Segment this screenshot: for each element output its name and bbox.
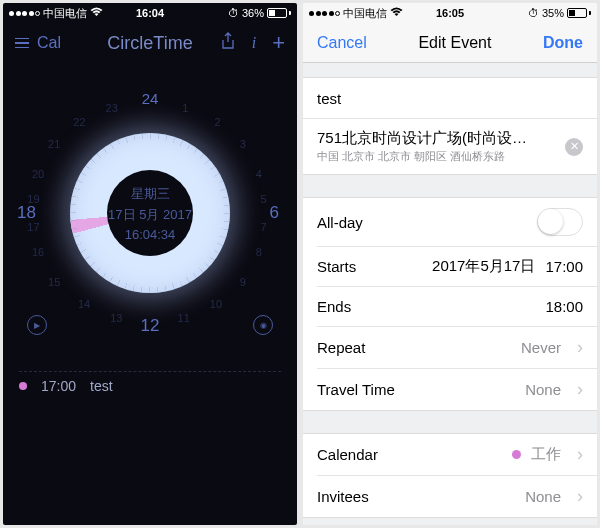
starts-time: 17:00 — [545, 258, 583, 275]
share-icon[interactable] — [220, 32, 236, 54]
invitees-label: Invitees — [317, 488, 369, 505]
info-icon[interactable]: i — [252, 34, 256, 52]
battery-icon — [567, 8, 591, 18]
ends-row[interactable]: Ends 18:00 — [317, 286, 597, 326]
allday-toggle[interactable] — [537, 208, 583, 236]
location-field[interactable]: 751北京时尚设计广场(时尚设计… 中国 北京市 北京市 朝阳区 酒仙桥东路 ✕ — [303, 118, 597, 174]
alarm-icon: ⏱ — [528, 7, 539, 19]
menu-icon[interactable] — [15, 38, 29, 49]
location-title: 751北京时尚设计广场(时尚设计… — [317, 129, 537, 148]
wifi-icon — [90, 7, 103, 19]
event-dot-icon — [19, 382, 27, 390]
battery-pct: 35% — [542, 7, 564, 19]
play-back-icon[interactable]: ▶ — [27, 315, 47, 335]
nav-bar: Cal CircleTime i + — [3, 23, 297, 63]
travel-row[interactable]: Travel Time None› — [317, 368, 597, 410]
title-value: test — [317, 90, 341, 107]
starts-label: Starts — [317, 258, 356, 275]
event-title: test — [90, 378, 113, 394]
nav-bar: Cancel Edit Event Done — [303, 23, 597, 63]
hour-12: 12 — [141, 316, 160, 336]
carrier-label: 中国电信 — [43, 6, 87, 21]
add-icon[interactable]: + — [272, 30, 285, 56]
circletime-screen: 中国电信 16:04 ⏱ 36% Cal CircleTime i + — [3, 3, 297, 525]
allday-row: All-day — [303, 198, 597, 246]
chevron-right-icon: › — [577, 444, 583, 465]
hour-6: 6 — [270, 203, 279, 223]
battery-icon — [267, 8, 291, 18]
battery-pct: 36% — [242, 7, 264, 19]
back-button[interactable]: Cal — [37, 34, 61, 52]
page-title: Edit Event — [418, 34, 491, 52]
hour-18: 18 — [17, 203, 36, 223]
event-time: 17:00 — [41, 378, 76, 394]
status-bar: 中国电信 16:04 ⏱ 36% — [3, 3, 297, 23]
repeat-row[interactable]: Repeat Never› — [317, 326, 597, 368]
edit-event-screen: 中国电信 16:05 ⏱ 35% Cancel Edit Event Done … — [303, 3, 597, 525]
cancel-button[interactable]: Cancel — [317, 34, 367, 52]
dial-center-info: 星期三 17日 5月 2017 16:04:34 — [35, 98, 265, 328]
starts-row[interactable]: Starts 2017年5月17日17:00 — [317, 246, 597, 286]
dial-date: 17日 5月 2017 — [108, 206, 192, 224]
status-time: 16:05 — [436, 7, 464, 19]
ends-label: Ends — [317, 298, 351, 315]
invitees-value: None — [525, 488, 561, 505]
event-form: test 751北京时尚设计广场(时尚设计… 中国 北京市 北京市 朝阳区 酒仙… — [303, 63, 597, 525]
ends-time: 18:00 — [545, 298, 583, 315]
dial-time: 16:04:34 — [125, 227, 176, 242]
invitees-row[interactable]: Invitees None› — [317, 475, 597, 517]
calendar-color-dot — [512, 450, 521, 459]
play-target-icon[interactable]: ◉ — [253, 315, 273, 335]
status-bar: 中国电信 16:05 ⏱ 35% — [303, 3, 597, 23]
clock-dial[interactable]: 星期三 17日 5月 2017 16:04:34 24 6 12 18 1 2 … — [3, 63, 297, 363]
status-time: 16:04 — [136, 7, 164, 19]
calendar-label: Calendar — [317, 446, 378, 463]
carrier-label: 中国电信 — [343, 6, 387, 21]
dial-weekday: 星期三 — [131, 185, 170, 203]
travel-label: Travel Time — [317, 381, 395, 398]
event-row[interactable]: 17:00 test — [19, 371, 281, 400]
travel-value: None — [525, 381, 561, 398]
signal-dots-icon — [9, 11, 40, 16]
chevron-right-icon: › — [577, 379, 583, 400]
location-sub: 中国 北京市 北京市 朝阳区 酒仙桥东路 — [317, 149, 537, 164]
allday-label: All-day — [317, 214, 363, 231]
done-button[interactable]: Done — [543, 34, 583, 52]
hour-24: 24 — [142, 90, 159, 107]
signal-dots-icon — [309, 11, 340, 16]
wifi-icon — [390, 7, 403, 19]
calendar-row[interactable]: Calendar 工作› — [303, 434, 597, 475]
event-list: 17:00 test — [3, 363, 297, 408]
title-field[interactable]: test — [303, 78, 597, 118]
calendar-value: 工作 — [531, 445, 561, 464]
chevron-right-icon: › — [577, 337, 583, 358]
app-title: CircleTime — [107, 33, 192, 54]
alarm-icon: ⏱ — [228, 7, 239, 19]
chevron-right-icon: › — [577, 486, 583, 507]
clear-location-icon[interactable]: ✕ — [565, 138, 583, 156]
starts-date: 2017年5月17日 — [432, 257, 535, 276]
repeat-value: Never — [521, 339, 561, 356]
repeat-label: Repeat — [317, 339, 365, 356]
